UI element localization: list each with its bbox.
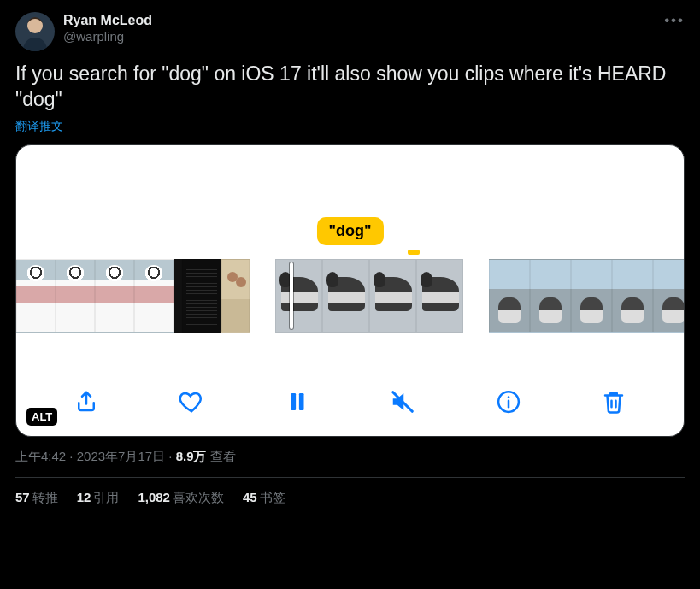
video-frame bbox=[612, 259, 653, 333]
like-button[interactable] bbox=[174, 385, 209, 419]
trash-icon bbox=[601, 389, 626, 415]
translate-link[interactable]: 翻译推文 bbox=[15, 119, 63, 134]
views-label: 查看 bbox=[207, 449, 236, 463]
likes-stat[interactable]: 1,082喜欢次数 bbox=[138, 490, 224, 506]
clip-group-2 bbox=[275, 259, 463, 333]
svg-rect-3 bbox=[299, 393, 304, 410]
bookmarks-stat[interactable]: 45书签 bbox=[243, 490, 285, 506]
views-count: 8.9万 bbox=[176, 449, 207, 463]
mute-button[interactable] bbox=[385, 385, 420, 419]
video-frame bbox=[16, 259, 56, 333]
clip-group-3 bbox=[489, 259, 685, 333]
video-frame bbox=[182, 259, 221, 333]
tweet-stats: 57转推 12引用 1,082喜欢次数 45书签 bbox=[15, 478, 685, 518]
user-handle: @warpling bbox=[63, 29, 152, 45]
svg-rect-2 bbox=[291, 393, 296, 410]
share-icon bbox=[74, 389, 99, 415]
tweet-container: Ryan McLeod @warpling ••• If you search … bbox=[0, 0, 700, 518]
video-frame bbox=[275, 259, 322, 333]
video-frame bbox=[489, 259, 530, 333]
timeline-marker bbox=[408, 250, 420, 255]
video-frame bbox=[653, 259, 685, 333]
retweets-stat[interactable]: 57转推 bbox=[15, 490, 58, 506]
video-frame bbox=[174, 259, 182, 333]
media-card[interactable]: "dog" bbox=[15, 144, 685, 437]
playhead[interactable] bbox=[290, 262, 293, 329]
video-timeline[interactable] bbox=[16, 259, 684, 333]
share-button[interactable] bbox=[69, 385, 103, 419]
tweet-header: Ryan McLeod @warpling bbox=[15, 12, 685, 51]
video-frame bbox=[221, 259, 250, 333]
search-term-label: "dog" bbox=[316, 217, 383, 245]
svg-point-7 bbox=[508, 396, 510, 398]
tweet-meta: 上午4:42 · 2023年7月17日 · 8.9万 查看 bbox=[15, 437, 685, 478]
video-frame bbox=[134, 259, 174, 333]
more-button[interactable]: ••• bbox=[664, 12, 685, 29]
tweet-text: If you search for "dog" on iOS 17 it'll … bbox=[15, 62, 685, 113]
clip-group-1 bbox=[16, 259, 250, 333]
video-frame bbox=[369, 259, 416, 333]
pause-icon bbox=[285, 389, 310, 415]
heart-icon bbox=[179, 389, 204, 415]
video-frame bbox=[530, 259, 571, 333]
delete-button[interactable] bbox=[597, 385, 631, 419]
tweet-date[interactable]: 2023年7月17日 bbox=[77, 449, 165, 463]
speaker-muted-icon bbox=[390, 389, 415, 415]
video-frame bbox=[416, 259, 463, 333]
info-icon bbox=[496, 389, 521, 415]
info-button[interactable] bbox=[491, 385, 526, 419]
user-block[interactable]: Ryan McLeod @warpling bbox=[63, 12, 152, 45]
tweet-time[interactable]: 上午4:42 bbox=[15, 449, 66, 463]
avatar[interactable] bbox=[15, 12, 55, 51]
video-frame bbox=[322, 259, 369, 333]
video-frame bbox=[95, 259, 134, 333]
video-frame bbox=[56, 259, 95, 333]
pause-button[interactable] bbox=[280, 385, 315, 419]
media-toolbar bbox=[16, 385, 684, 419]
display-name: Ryan McLeod bbox=[63, 12, 152, 29]
video-frame bbox=[571, 259, 612, 333]
quotes-stat[interactable]: 12引用 bbox=[77, 490, 120, 506]
alt-badge[interactable]: ALT bbox=[26, 408, 57, 426]
